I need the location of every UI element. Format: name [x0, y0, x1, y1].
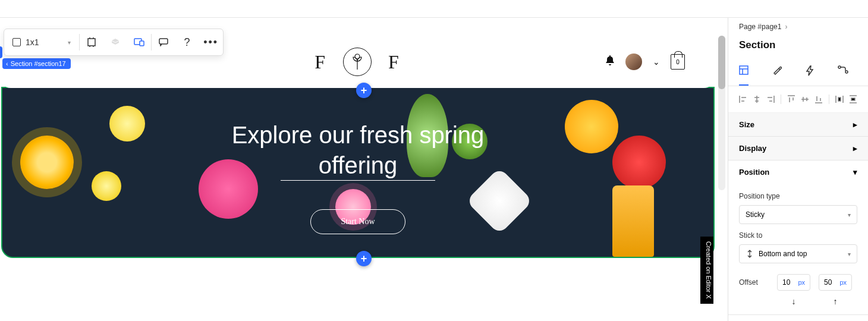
chevron-down-icon: ▾: [848, 251, 851, 257]
responsive-icon[interactable]: [127, 30, 151, 54]
editor-x-badge[interactable]: Created on Editor X: [700, 237, 713, 304]
scrollbar-thumb[interactable]: [718, 36, 725, 89]
align-right-icon[interactable]: [766, 95, 775, 104]
stick-to-label: Stick to: [739, 231, 857, 240]
align-left-icon[interactable]: [739, 95, 748, 104]
offset-bottom-input[interactable]: 10 px: [777, 274, 810, 291]
tab-layout[interactable]: [739, 59, 749, 86]
accordion-position-body: Position type Sticky ▾ Stick to Bottom a…: [728, 184, 868, 314]
panel-title: Section: [728, 33, 868, 59]
user-avatar[interactable]: [625, 54, 642, 70]
accordion-size-header[interactable]: Size ▸: [728, 113, 868, 136]
shopping-bag-icon[interactable]: 0: [671, 54, 685, 70]
chevron-right-icon: ▸: [853, 144, 857, 153]
svg-rect-0: [88, 39, 95, 46]
breadcrumb[interactable]: Page #page1 ›: [728, 18, 868, 33]
alignment-row: [728, 86, 868, 113]
grid-icon: [12, 38, 21, 46]
canvas-area: 1x1 ▾ ? ••• ‹ Section #section17: [0, 18, 728, 321]
main-layout: 1x1 ▾ ? ••• ‹ Section #section17: [0, 18, 868, 321]
svg-point-6: [838, 66, 841, 68]
hero-content: Explore our fresh spring offering Start …: [2, 88, 713, 234]
layers-icon[interactable]: [103, 30, 127, 54]
align-center-h-icon[interactable]: [753, 95, 762, 104]
stick-to-select[interactable]: Bottom and top ▾: [739, 244, 857, 263]
section-label-pill[interactable]: ‹ Section #section17: [2, 58, 71, 69]
section-label-text: Section #section17: [11, 60, 66, 67]
stick-both-icon: [746, 250, 754, 258]
offset-top-input[interactable]: 50 px: [819, 274, 852, 291]
offset-label: Offset: [739, 278, 769, 287]
more-icon[interactable]: •••: [199, 30, 223, 54]
offset-row: Offset 10 px 50 px: [739, 274, 857, 291]
logo-letter-left: F: [315, 51, 326, 73]
distribute-h-icon[interactable]: [835, 95, 844, 104]
panel-tabs: [728, 59, 868, 86]
chevron-down-icon: ▾: [68, 39, 71, 46]
svg-rect-2: [140, 41, 144, 46]
hero-cta-button[interactable]: Start Now: [310, 209, 405, 234]
grid-size-select[interactable]: 1x1 ▾: [4, 29, 79, 55]
comment-icon[interactable]: [152, 30, 175, 54]
chevron-right-icon: ›: [785, 23, 787, 31]
hero-section[interactable]: Explore our fresh spring offering Start …: [1, 87, 715, 258]
align-top-icon[interactable]: [787, 95, 796, 104]
floating-toolbar: 1x1 ▾ ? •••: [4, 29, 224, 56]
svg-rect-5: [740, 66, 748, 74]
accordion-size: Size ▸: [728, 113, 868, 137]
align-center-v-icon[interactable]: [801, 95, 810, 104]
tab-interactions[interactable]: [838, 59, 848, 86]
svg-point-4: [355, 54, 360, 59]
chevron-right-icon: ▸: [853, 120, 857, 129]
svg-point-7: [845, 71, 848, 73]
svg-rect-3: [159, 39, 168, 44]
logo-circle-icon: [343, 48, 372, 76]
arrow-up-icon: ↑: [819, 297, 852, 306]
help-icon[interactable]: ?: [175, 30, 199, 54]
distribute-v-icon[interactable]: [848, 95, 857, 104]
add-section-bottom-button[interactable]: +: [356, 251, 372, 266]
logo-letter-right: F: [388, 51, 400, 73]
notification-bell-icon[interactable]: [605, 55, 615, 68]
chevron-left-icon: ‹: [6, 60, 8, 67]
chevron-down-icon: ▾: [848, 212, 851, 218]
accordion-position-header[interactable]: Position ▾: [728, 160, 868, 184]
canvas-scrollbar[interactable]: [718, 36, 725, 190]
site-header-right: ⌄ 0: [605, 54, 685, 70]
stretch-icon[interactable]: [80, 30, 103, 54]
grid-value: 1x1: [26, 37, 39, 47]
chevron-down-icon[interactable]: ⌄: [653, 57, 660, 67]
selection-edge-indicator: [0, 46, 2, 58]
tab-design[interactable]: [772, 59, 782, 86]
add-section-top-button[interactable]: +: [356, 83, 372, 98]
hero-title[interactable]: Explore our fresh spring offering: [2, 120, 713, 181]
position-type-select[interactable]: Sticky ▾: [739, 205, 857, 224]
inspector-panel: Page #page1 › Section: [728, 18, 868, 321]
position-type-label: Position type: [739, 192, 857, 200]
accordion-display-header[interactable]: Display ▸: [728, 137, 868, 160]
arrow-down-icon: ↓: [777, 297, 810, 306]
site-logo[interactable]: F F: [315, 48, 400, 76]
accordion-position: Position ▾ Position type Sticky ▾ Stick …: [728, 160, 868, 315]
offset-arrows-row: ↓ ↑: [739, 297, 857, 306]
accordion-display: Display ▸: [728, 137, 868, 160]
align-bottom-icon[interactable]: [814, 95, 823, 104]
chevron-down-icon: ▾: [853, 168, 857, 177]
app-topbar: [0, 0, 868, 18]
tab-animation[interactable]: [806, 59, 814, 86]
